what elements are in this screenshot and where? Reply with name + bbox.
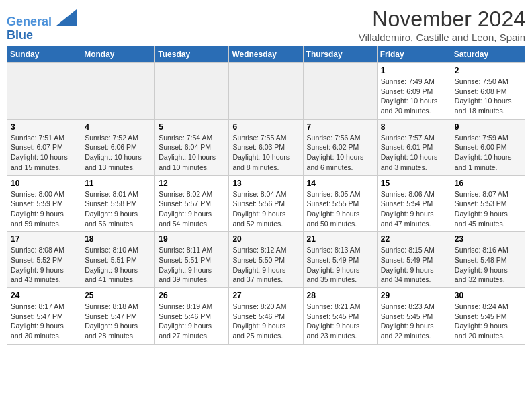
calendar-cell: 18Sunrise: 8:10 AM Sunset: 5:51 PM Dayli… (81, 232, 155, 288)
day-content: Sunrise: 7:56 AM Sunset: 6:02 PM Dayligh… (307, 133, 373, 173)
calendar-cell: 24Sunrise: 8:17 AM Sunset: 5:47 PM Dayli… (7, 288, 81, 345)
day-content: Sunrise: 7:50 AM Sunset: 6:08 PM Dayligh… (455, 77, 521, 116)
day-number: 19 (159, 234, 225, 244)
day-content: Sunrise: 8:16 AM Sunset: 5:48 PM Dayligh… (455, 245, 521, 285)
day-content: Sunrise: 8:08 AM Sunset: 5:52 PM Dayligh… (11, 245, 77, 285)
day-content: Sunrise: 8:18 AM Sunset: 5:47 PM Dayligh… (85, 302, 151, 341)
day-content: Sunrise: 8:15 AM Sunset: 5:49 PM Dayligh… (381, 245, 447, 285)
day-content: Sunrise: 7:59 AM Sunset: 6:00 PM Dayligh… (455, 133, 521, 173)
day-number: 20 (232, 234, 299, 244)
day-number: 16 (455, 179, 521, 188)
calendar-header-row: SundayMondayTuesdayWednesdayThursdayFrid… (7, 46, 525, 63)
header-wednesday: Wednesday (229, 46, 303, 63)
calendar-cell: 15Sunrise: 8:06 AM Sunset: 5:54 PM Dayli… (377, 175, 451, 232)
day-content: Sunrise: 8:02 AM Sunset: 5:57 PM Dayligh… (159, 189, 225, 229)
day-content: Sunrise: 8:13 AM Sunset: 5:49 PM Dayligh… (307, 245, 373, 285)
day-content: Sunrise: 8:05 AM Sunset: 5:55 PM Dayligh… (307, 189, 373, 229)
day-number: 2 (455, 66, 521, 75)
week-row-5: 24Sunrise: 8:17 AM Sunset: 5:47 PM Dayli… (7, 288, 525, 345)
calendar-cell: 6Sunrise: 7:55 AM Sunset: 6:03 PM Daylig… (229, 119, 303, 175)
day-number: 6 (232, 122, 299, 132)
day-content: Sunrise: 8:12 AM Sunset: 5:50 PM Dayligh… (232, 245, 299, 285)
calendar-table: SundayMondayTuesdayWednesdayThursdayFrid… (7, 46, 525, 345)
header-monday: Monday (81, 46, 155, 63)
week-row-3: 10Sunrise: 8:00 AM Sunset: 5:59 PM Dayli… (7, 175, 525, 232)
calendar-cell (7, 63, 81, 120)
day-number: 1 (381, 66, 447, 75)
day-number: 18 (85, 234, 151, 244)
calendar-cell: 19Sunrise: 8:11 AM Sunset: 5:51 PM Dayli… (155, 232, 229, 288)
day-number: 13 (232, 179, 299, 188)
day-content: Sunrise: 7:51 AM Sunset: 6:07 PM Dayligh… (11, 133, 77, 173)
calendar-cell: 11Sunrise: 8:01 AM Sunset: 5:58 PM Dayli… (81, 175, 155, 232)
day-number: 4 (85, 122, 151, 132)
calendar-cell: 20Sunrise: 8:12 AM Sunset: 5:50 PM Dayli… (229, 232, 303, 288)
day-content: Sunrise: 7:57 AM Sunset: 6:01 PM Dayligh… (381, 133, 447, 173)
calendar-cell: 25Sunrise: 8:18 AM Sunset: 5:47 PM Dayli… (81, 288, 155, 345)
day-content: Sunrise: 8:23 AM Sunset: 5:45 PM Dayligh… (381, 302, 447, 341)
day-content: Sunrise: 8:10 AM Sunset: 5:51 PM Dayligh… (85, 245, 151, 285)
calendar-cell: 14Sunrise: 8:05 AM Sunset: 5:55 PM Dayli… (303, 175, 377, 232)
logo-blue: Blue (7, 29, 77, 42)
calendar-cell: 4Sunrise: 7:52 AM Sunset: 6:06 PM Daylig… (81, 119, 155, 175)
calendar-cell: 29Sunrise: 8:23 AM Sunset: 5:45 PM Dayli… (377, 288, 451, 345)
day-content: Sunrise: 8:20 AM Sunset: 5:46 PM Dayligh… (232, 302, 299, 341)
day-content: Sunrise: 8:24 AM Sunset: 5:45 PM Dayligh… (455, 302, 521, 341)
calendar-cell: 13Sunrise: 8:04 AM Sunset: 5:56 PM Dayli… (229, 175, 303, 232)
day-content: Sunrise: 8:04 AM Sunset: 5:56 PM Dayligh… (232, 189, 299, 229)
calendar-cell (229, 63, 303, 120)
day-number: 3 (11, 122, 77, 132)
calendar-cell: 23Sunrise: 8:16 AM Sunset: 5:48 PM Dayli… (451, 232, 525, 288)
day-number: 17 (11, 234, 77, 244)
month-title: November 2024 (359, 7, 525, 32)
day-number: 10 (11, 179, 77, 188)
day-number: 30 (455, 291, 521, 300)
day-number: 25 (85, 291, 151, 300)
day-number: 24 (11, 291, 77, 300)
calendar-cell: 7Sunrise: 7:56 AM Sunset: 6:02 PM Daylig… (303, 119, 377, 175)
day-content: Sunrise: 8:07 AM Sunset: 5:53 PM Dayligh… (455, 189, 521, 229)
header-tuesday: Tuesday (155, 46, 229, 63)
day-content: Sunrise: 8:06 AM Sunset: 5:54 PM Dayligh… (381, 189, 447, 229)
header-sunday: Sunday (7, 46, 81, 63)
header-saturday: Saturday (451, 46, 525, 63)
day-content: Sunrise: 8:00 AM Sunset: 5:59 PM Dayligh… (11, 189, 77, 229)
header-thursday: Thursday (303, 46, 377, 63)
calendar-cell: 5Sunrise: 7:54 AM Sunset: 6:04 PM Daylig… (155, 119, 229, 175)
calendar-cell: 12Sunrise: 8:02 AM Sunset: 5:57 PM Dayli… (155, 175, 229, 232)
day-content: Sunrise: 8:01 AM Sunset: 5:58 PM Dayligh… (85, 189, 151, 229)
day-content: Sunrise: 7:49 AM Sunset: 6:09 PM Dayligh… (381, 77, 447, 116)
day-number: 22 (381, 234, 447, 244)
calendar-cell: 27Sunrise: 8:20 AM Sunset: 5:46 PM Dayli… (229, 288, 303, 345)
week-row-2: 3Sunrise: 7:51 AM Sunset: 6:07 PM Daylig… (7, 119, 525, 175)
calendar-cell: 8Sunrise: 7:57 AM Sunset: 6:01 PM Daylig… (377, 119, 451, 175)
day-content: Sunrise: 8:11 AM Sunset: 5:51 PM Dayligh… (159, 245, 225, 285)
week-row-4: 17Sunrise: 8:08 AM Sunset: 5:52 PM Dayli… (7, 232, 525, 288)
day-number: 26 (159, 291, 225, 300)
logo-text: General (7, 9, 77, 29)
calendar-cell: 9Sunrise: 7:59 AM Sunset: 6:00 PM Daylig… (451, 119, 525, 175)
calendar-cell: 26Sunrise: 8:19 AM Sunset: 5:46 PM Dayli… (155, 288, 229, 345)
calendar-cell: 22Sunrise: 8:15 AM Sunset: 5:49 PM Dayli… (377, 232, 451, 288)
day-number: 5 (159, 122, 225, 132)
day-content: Sunrise: 8:21 AM Sunset: 5:45 PM Dayligh… (307, 302, 373, 341)
day-number: 8 (381, 122, 447, 132)
day-number: 14 (307, 179, 373, 188)
day-number: 21 (307, 234, 373, 244)
day-content: Sunrise: 7:55 AM Sunset: 6:03 PM Dayligh… (232, 133, 299, 173)
day-content: Sunrise: 7:52 AM Sunset: 6:06 PM Dayligh… (85, 133, 151, 173)
day-number: 29 (381, 291, 447, 300)
header-friday: Friday (377, 46, 451, 63)
calendar-cell: 10Sunrise: 8:00 AM Sunset: 5:59 PM Dayli… (7, 175, 81, 232)
day-number: 7 (307, 122, 373, 132)
day-content: Sunrise: 8:19 AM Sunset: 5:46 PM Dayligh… (159, 302, 225, 341)
day-number: 15 (381, 179, 447, 188)
calendar-cell: 28Sunrise: 8:21 AM Sunset: 5:45 PM Dayli… (303, 288, 377, 345)
day-number: 28 (307, 291, 373, 300)
logo-icon (56, 9, 77, 26)
title-section: November 2024 Villaldemiro, Castille and… (359, 7, 525, 43)
day-content: Sunrise: 8:17 AM Sunset: 5:47 PM Dayligh… (11, 302, 77, 341)
day-number: 27 (232, 291, 299, 300)
day-number: 23 (455, 234, 521, 244)
day-number: 12 (159, 179, 225, 188)
